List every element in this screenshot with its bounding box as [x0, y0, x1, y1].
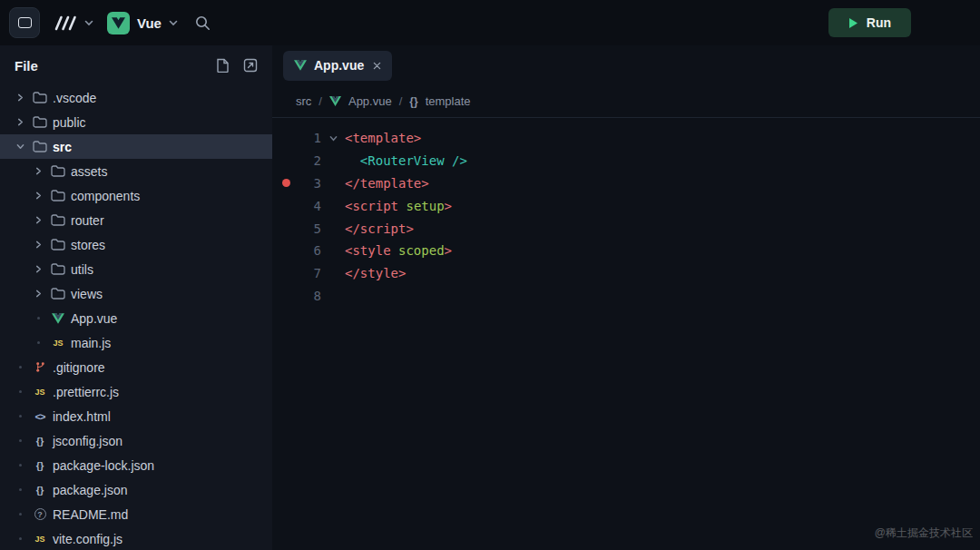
project-menu[interactable]: Vue [107, 12, 178, 34]
tree-item-label: .gitignore [53, 360, 105, 375]
js-file-icon: JS [34, 388, 44, 397]
tree-file-package-lock.json[interactable]: {}package-lock.json [0, 453, 272, 477]
tree-item-label: vite.config.js [53, 532, 122, 546]
file-bullet [31, 341, 45, 344]
code-line-8: 8 [272, 285, 980, 308]
tree-file-main.js[interactable]: JSmain.js [0, 330, 272, 355]
tree-item-label: .prettierrc.js [53, 385, 119, 399]
tree-file-index.html[interactable]: <>index.html [0, 404, 272, 428]
code-text: <RouterView /> [345, 153, 467, 168]
file-bullet [13, 439, 27, 442]
tab-app-vue[interactable]: App.vue [283, 51, 392, 81]
frame-logo-icon [18, 17, 32, 28]
chevron-right-icon[interactable] [31, 290, 45, 298]
file-bullet [13, 415, 27, 417]
vue-icon [52, 313, 64, 324]
html-file-icon: <> [35, 411, 45, 422]
project-name: Vue [137, 15, 162, 31]
chevron-right-icon[interactable] [13, 118, 27, 126]
file-bullet [13, 390, 27, 393]
code-text: </script> [345, 221, 414, 236]
code-line-1: 1<template> [272, 127, 980, 150]
search-button[interactable] [195, 15, 211, 31]
tree-item-label: README.md [53, 507, 128, 522]
open-external-icon[interactable] [243, 58, 258, 73]
tree-file-App.vue[interactable]: App.vue [0, 306, 272, 330]
chevron-down-icon [84, 20, 93, 26]
tree-file-.gitignore[interactable]: .gitignore [0, 355, 272, 379]
code-text: <script setup> [345, 199, 452, 213]
json-file-icon: {} [36, 485, 44, 496]
workspace-menu[interactable] [54, 15, 93, 31]
fold-chevron-icon[interactable] [321, 134, 345, 142]
tree-file-jsconfig.json[interactable]: {}jsconfig.json [0, 428, 272, 453]
close-tab-icon[interactable] [373, 62, 381, 70]
chevron-right-icon[interactable] [31, 192, 45, 200]
breadcrumb: src / App.vue / {} template [272, 85, 980, 118]
code-line-4: 4<script setup> [272, 194, 980, 217]
breadcrumb-folder[interactable]: src [296, 94, 311, 108]
breadcrumb-file[interactable]: App.vue [348, 94, 392, 108]
tree-item-label: package-lock.json [53, 458, 154, 473]
file-bullet [13, 488, 27, 491]
line-number: 6 [299, 243, 321, 258]
braces-icon: {} [409, 95, 417, 108]
tree-item-label: package.json [53, 483, 128, 497]
app-logo-button[interactable] [9, 7, 40, 38]
chevron-right-icon[interactable] [31, 241, 45, 249]
chevron-right-icon[interactable] [13, 93, 27, 102]
tree-item-label: src [53, 140, 72, 154]
code-text: </template> [345, 176, 429, 191]
run-button-label: Run [867, 15, 891, 30]
code-text: <template> [345, 131, 421, 145]
breadcrumb-separator: / [318, 94, 322, 108]
folder-icon [33, 92, 47, 103]
tree-item-label: views [71, 287, 103, 301]
tree-folder-src[interactable]: src [0, 134, 272, 159]
folder-icon [51, 239, 65, 250]
tree-item-label: components [71, 189, 140, 203]
breadcrumb-node[interactable]: template [426, 94, 471, 108]
tree-item-label: assets [71, 164, 107, 179]
tree-item-label: router [71, 213, 104, 228]
tree-folder-stores[interactable]: stores [0, 232, 272, 257]
line-number: 2 [299, 153, 321, 168]
code-line-6: 6<style scoped> [272, 240, 980, 262]
sidebar: File .vscodepublicsrcassetscomponentsrou… [0, 45, 272, 550]
chevron-right-icon[interactable] [31, 167, 45, 175]
code-line-5: 5</script> [272, 217, 980, 240]
chevron-right-icon[interactable] [31, 265, 45, 273]
new-file-icon[interactable] [216, 58, 230, 73]
tree-item-label: stores [71, 238, 105, 252]
vue-icon [294, 60, 307, 71]
tree-file-README.md[interactable]: ?README.md [0, 502, 272, 526]
chevron-down-icon [169, 20, 178, 26]
breakpoint-icon[interactable] [272, 179, 299, 187]
run-button[interactable]: Run [828, 8, 911, 37]
tree-folder-views[interactable]: views [0, 281, 272, 306]
tree-item-label: jsconfig.json [53, 434, 122, 448]
tree-file-.prettierrc.js[interactable]: JS.prettierrc.js [0, 379, 272, 404]
file-bullet [13, 537, 27, 540]
chevron-down-icon[interactable] [13, 142, 27, 151]
tree-folder-.vscode[interactable]: .vscode [0, 85, 272, 110]
tree-folder-utils[interactable]: utils [0, 257, 272, 281]
js-file-icon: JS [34, 535, 44, 544]
tree-folder-assets[interactable]: assets [0, 159, 272, 183]
tree-folder-components[interactable]: components [0, 183, 272, 208]
folder-icon [51, 288, 65, 300]
file-bullet [31, 317, 45, 319]
tab-bar: App.vue [272, 45, 980, 85]
line-number: 8 [299, 289, 321, 303]
js-file-icon: JS [53, 339, 63, 348]
folder-icon [51, 214, 65, 226]
file-bullet [13, 513, 27, 516]
tree-file-vite.config.js[interactable]: JSvite.config.js [0, 526, 272, 550]
chevron-right-icon[interactable] [31, 216, 45, 224]
vue-logo-icon [107, 12, 130, 34]
file-bullet [13, 464, 27, 467]
tree-item-label: index.html [53, 409, 111, 424]
tree-folder-router[interactable]: router [0, 208, 272, 232]
tree-file-package.json[interactable]: {}package.json [0, 477, 272, 502]
tree-folder-public[interactable]: public [0, 110, 272, 134]
